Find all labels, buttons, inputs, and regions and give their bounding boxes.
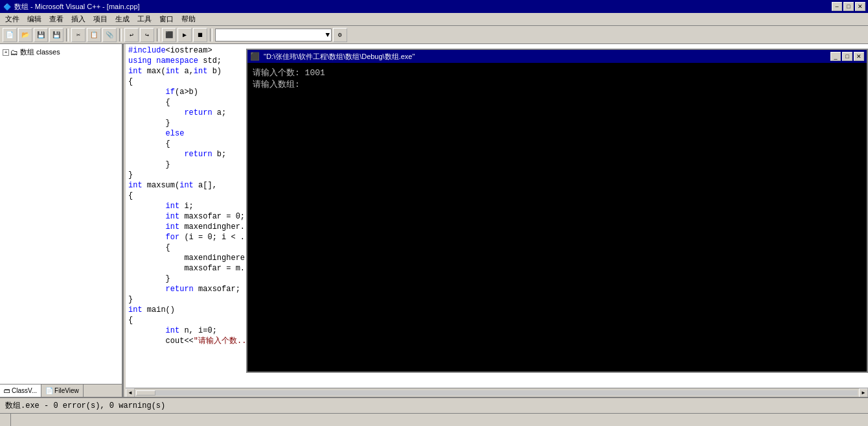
tb-paste[interactable]: 📎 (102, 28, 117, 42)
status-panel-ready (3, 414, 11, 426)
sidebar-root-item: + 🗂 数组 classes (1, 47, 120, 58)
tb-sep4 (210, 29, 212, 41)
console-content: 请输入个数: 1001 请输入数组: (247, 63, 867, 372)
console-close-btn[interactable]: ✕ (854, 52, 864, 61)
scroll-right-btn[interactable]: ▶ (859, 388, 868, 397)
scroll-thumb[interactable] (136, 390, 155, 396)
app-window: 🔷 数组 - Microsoft Visual C++ - [main.cpp]… (0, 0, 868, 426)
menu-insert[interactable]: 插入 (67, 13, 89, 25)
tb-b1[interactable]: ⬛ (162, 28, 176, 42)
close-button[interactable]: ✕ (855, 2, 865, 11)
title-text: 数组 - Microsoft Visual C++ - [main.cpp] (14, 2, 832, 12)
tb-redo[interactable]: ↪ (140, 28, 154, 42)
app-icon: 🔷 (3, 2, 12, 11)
tb-undo[interactable]: ↩ (124, 28, 139, 42)
scroll-track[interactable] (136, 390, 858, 396)
console-minimize-btn[interactable]: _ (830, 52, 841, 61)
sidebar-tree: + 🗂 数组 classes (0, 44, 122, 384)
tb-sep1 (66, 29, 69, 41)
menu-edit[interactable]: 编辑 (23, 13, 45, 25)
tab-fileview[interactable]: 📄 FileView (41, 385, 84, 397)
sidebar-root-label: 数组 classes (20, 47, 60, 57)
tab-classview-icon: 🗃 (4, 387, 10, 394)
tab-classview-label: ClassV... (12, 387, 37, 394)
console-line-1: 请输入个数: 1001 (253, 67, 862, 78)
title-bar: 🔷 数组 - Microsoft Visual C++ - [main.cpp]… (0, 0, 868, 13)
console-window: ⬛ "D:\张佳玮\软件工程\数组\数组\Debug\数组.exe" _ □ ✕… (246, 49, 868, 373)
tb-sep3 (157, 29, 159, 41)
tb-copy[interactable]: 📋 (87, 28, 101, 42)
tb-new[interactable]: 📄 (3, 28, 17, 42)
tb-config[interactable]: ⚙ (333, 28, 347, 42)
menu-build[interactable]: 生成 (111, 13, 133, 25)
tb-save[interactable]: 💾 (34, 28, 48, 42)
config-dropdown[interactable]: ▼ (215, 29, 332, 41)
menu-view[interactable]: 查看 (45, 13, 67, 25)
scroll-left-btn[interactable]: ◀ (126, 388, 135, 397)
output-text: 数组.exe - 0 error(s), 0 warning(s) (5, 400, 165, 411)
console-title-bar: ⬛ "D:\张佳玮\软件工程\数组\数组\Debug\数组.exe" _ □ ✕ (247, 50, 867, 63)
status-bar (0, 413, 868, 426)
tab-fileview-label: FileView (54, 387, 79, 394)
minimize-button[interactable]: – (832, 2, 842, 11)
tb-b2[interactable]: ▶ (177, 28, 192, 42)
tab-classview[interactable]: 🗃 ClassV... (0, 385, 41, 397)
menu-project[interactable]: 项目 (89, 13, 111, 25)
menu-window[interactable]: 窗口 (155, 13, 177, 25)
tab-fileview-icon: 📄 (45, 387, 53, 394)
tb-sep2 (119, 29, 122, 41)
maximize-button[interactable]: □ (843, 2, 854, 11)
console-title-text: "D:\张佳玮\软件工程\数组\数组\Debug\数组.exe" (264, 52, 830, 62)
sidebar: + 🗂 数组 classes 🗃 ClassV... 📄 FileView (0, 44, 123, 397)
console-line-2: 请输入数组: (253, 78, 862, 90)
menu-tools[interactable]: 工具 (133, 13, 155, 25)
editor-scrollbar-h[interactable]: ◀ ▶ (126, 388, 868, 397)
tb-b3[interactable]: ⏹ (193, 28, 207, 42)
title-bar-buttons: – □ ✕ (832, 2, 865, 11)
tb-save-all[interactable]: 💾 (49, 28, 63, 42)
console-title-buttons: _ □ ✕ (830, 52, 864, 61)
menu-bar: 文件 编辑 查看 插入 项目 生成 工具 窗口 帮助 (0, 13, 868, 26)
tb-open[interactable]: 📂 (18, 28, 32, 42)
menu-help[interactable]: 帮助 (177, 13, 200, 25)
toolbar: 📄 📂 💾 💾 ✂ 📋 📎 ↩ ↪ ⬛ ▶ ⏹ ▼ ⚙ (0, 26, 868, 44)
sidebar-tabs: 🗃 ClassV... 📄 FileView (0, 384, 122, 397)
config-dropdown-arrow: ▼ (325, 31, 330, 39)
menu-file[interactable]: 文件 (1, 13, 23, 25)
console-icon: ⬛ (250, 52, 260, 61)
tb-cut[interactable]: ✂ (71, 28, 86, 42)
output-bar: 数组.exe - 0 error(s), 0 warning(s) (0, 397, 868, 413)
console-maximize-btn[interactable]: □ (842, 52, 852, 61)
folder-icon: 🗂 (10, 48, 18, 57)
tree-expand-icon[interactable]: + (3, 49, 9, 56)
